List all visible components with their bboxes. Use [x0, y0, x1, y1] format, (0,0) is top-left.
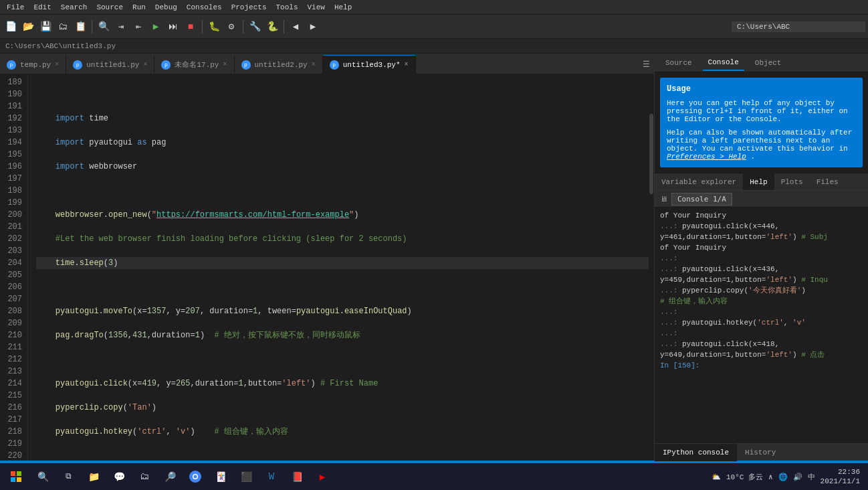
taskbar-right: ⛅ 10°C 多云 ∧ 🌐 🔊 中 22:36 2021/11/1: [712, 467, 865, 487]
menu-run[interactable]: Run: [128, 2, 150, 13]
taskbar-weather: ⛅: [712, 473, 721, 481]
taskbar-systray[interactable]: ∧: [768, 473, 773, 481]
tab-close-untitled1[interactable]: ×: [143, 61, 147, 68]
tab-close-untitled2[interactable]: ×: [312, 61, 316, 68]
menu-consoles[interactable]: Consoles: [183, 2, 226, 13]
menu-view[interactable]: View: [304, 2, 329, 13]
help-preferences-link[interactable]: Preferences > Help: [667, 153, 746, 161]
console-line-10: ...:: [660, 307, 863, 317]
tab-untitled2[interactable]: p untitled2.py ×: [235, 55, 323, 74]
code-line-203: pyautogui.hotkey('ctrl', 'v') # 组合键，输入内容: [36, 426, 649, 438]
taskbar-volume[interactable]: 🔊: [793, 473, 802, 481]
taskbar-search2[interactable]: 🔎: [158, 465, 182, 489]
var-tab-plots[interactable]: Plots: [774, 173, 810, 191]
save-btn[interactable]: 💾: [37, 19, 53, 35]
tab-menu-button[interactable]: ☰: [638, 55, 654, 74]
indent-btn[interactable]: ⇥: [113, 19, 129, 35]
file-path-bar: C:\Users\ABC\untitled3.py: [0, 39, 868, 54]
bottom-tab-ipython[interactable]: IPython console: [655, 444, 737, 461]
tab-close-untitled3[interactable]: ×: [405, 61, 409, 68]
run-cell-btn[interactable]: ⏭: [165, 19, 181, 35]
menu-file[interactable]: File: [3, 2, 28, 13]
code-content[interactable]: import time import pyautogui as pag impo…: [28, 74, 649, 461]
console-line-12: ...:: [660, 328, 863, 339]
taskbar-word[interactable]: W: [259, 465, 284, 489]
panel-tab-object[interactable]: Object: [750, 55, 787, 71]
code-line-199: pag.dragTo(1356,431,duration=1) # 绝对，按下鼠…: [36, 329, 649, 341]
console-line-9: # 组合键，输入内容: [660, 296, 863, 307]
line-numbers: 189 190 191 192 193 194 195 196 197 198 …: [0, 74, 28, 461]
step-btn[interactable]: ⚙: [223, 19, 239, 35]
tab-temp[interactable]: p temp.py ×: [0, 55, 66, 74]
taskbar-files[interactable]: 🗂: [132, 465, 156, 489]
menu-edit[interactable]: Edit: [29, 2, 55, 13]
toolbar-path: C:\Users\ABC: [732, 21, 865, 32]
taskbar-youtube[interactable]: ▶: [310, 465, 334, 489]
taskbar-network[interactable]: 🌐: [778, 473, 788, 481]
taskbar-clock[interactable]: 22:36 2021/11/1: [821, 467, 860, 487]
taskbar-taskview[interactable]: ⧉: [56, 465, 80, 489]
var-tab-explorer[interactable]: Variable explorer: [655, 173, 743, 191]
var-tab-help[interactable]: Help: [743, 173, 774, 191]
print-btn[interactable]: 📋: [72, 19, 88, 35]
code-line-204: [36, 450, 649, 461]
new-file-btn[interactable]: 📄: [3, 19, 19, 35]
console-line-2: ...: pyautogui.click(x=446,: [660, 221, 863, 232]
taskbar-explorer[interactable]: 📁: [82, 465, 106, 489]
taskbar-date: 2021/11/1: [821, 477, 860, 486]
help-body1: Here you can get help of any object by p…: [667, 99, 856, 123]
code-line-195: #Let the web browser finish loading befo…: [36, 233, 649, 245]
tab-close-unnamed17[interactable]: ×: [223, 61, 227, 68]
tab-close-temp[interactable]: ×: [55, 61, 59, 68]
taskbar-chrome[interactable]: [183, 465, 207, 489]
python-btn[interactable]: 🐍: [264, 19, 280, 35]
tab-unnamed17[interactable]: p 未命名17.py ×: [154, 55, 234, 74]
stop-btn[interactable]: ■: [183, 19, 199, 35]
back-btn[interactable]: ◀: [288, 19, 304, 35]
vertical-scrollbar[interactable]: [649, 74, 654, 461]
menu-search[interactable]: Search: [57, 2, 92, 13]
tab-label-untitled3: untitled3.py*: [343, 61, 401, 69]
menu-projects[interactable]: Projects: [227, 2, 271, 13]
tab-icon-temp: p: [7, 60, 16, 70]
console-line-7: y=459,duration=1,button='left') # Inqu: [660, 274, 863, 285]
var-tab-files[interactable]: Files: [810, 173, 845, 191]
debug-btn[interactable]: 🐛: [206, 19, 222, 35]
taskbar-search[interactable]: 🔍: [31, 465, 55, 489]
tab-untitled3[interactable]: p untitled3.py* ×: [323, 55, 416, 74]
taskbar: 🔍 ⧉ 📁 💬 🗂 🔎 🃏 ⬛ W 📕 ▶ ⛅ 10°C 多云 ∧: [0, 463, 868, 490]
scrollbar-thumb[interactable]: [649, 114, 653, 194]
panel-tab-console[interactable]: Console: [703, 55, 744, 71]
console-tab-button[interactable]: Console 1/A: [671, 193, 732, 206]
taskbar-flashcard[interactable]: 🃏: [209, 465, 233, 489]
open-file-btn[interactable]: 📂: [20, 19, 36, 35]
taskbar-terminal[interactable]: ⬛: [234, 465, 258, 489]
settings-btn[interactable]: 🔧: [247, 19, 263, 35]
svg-rect-1: [17, 471, 21, 476]
code-line-192: import webbrowser: [36, 161, 649, 173]
console-line-6: ...: pyautogui.click(x=436,: [660, 264, 863, 274]
taskbar-ime[interactable]: 中: [808, 472, 815, 482]
toolbar: 📄 📂 💾 🗂 📋 🔍 ⇥ ⇤ ▶ ⏭ ■ 🐛 ⚙ 🔧 🐍 ◀ ▶ C:\Use…: [0, 15, 868, 39]
tab-icon-untitled2: p: [241, 60, 251, 70]
run-btn[interactable]: ▶: [148, 19, 164, 35]
menu-source[interactable]: Source: [92, 2, 127, 13]
taskbar-wechat[interactable]: 💬: [107, 465, 131, 489]
taskbar-start-button[interactable]: [3, 465, 29, 489]
tab-icon-unnamed17: p: [161, 60, 171, 70]
panel-tab-source[interactable]: Source: [660, 55, 697, 71]
save-all-btn[interactable]: 🗂: [55, 19, 71, 35]
menu-tools[interactable]: Tools: [272, 2, 302, 13]
file-path-text: C:\Users\ABC\untitled3.py: [5, 42, 116, 50]
bottom-tab-history[interactable]: History: [737, 444, 784, 461]
taskbar-red-app[interactable]: 📕: [285, 465, 309, 489]
menu-help[interactable]: Help: [330, 2, 356, 13]
unindent-btn[interactable]: ⇤: [130, 19, 146, 35]
console-header: 🖥 Console 1/A: [655, 190, 868, 208]
tab-label-untitled2: untitled2.py: [255, 61, 308, 69]
code-line-196: time.sleep(3): [36, 257, 649, 269]
find-btn[interactable]: 🔍: [96, 19, 112, 35]
forward-btn[interactable]: ▶: [305, 19, 321, 35]
tab-untitled1[interactable]: p untitled1.py ×: [66, 55, 154, 74]
menu-debug[interactable]: Debug: [151, 2, 181, 13]
